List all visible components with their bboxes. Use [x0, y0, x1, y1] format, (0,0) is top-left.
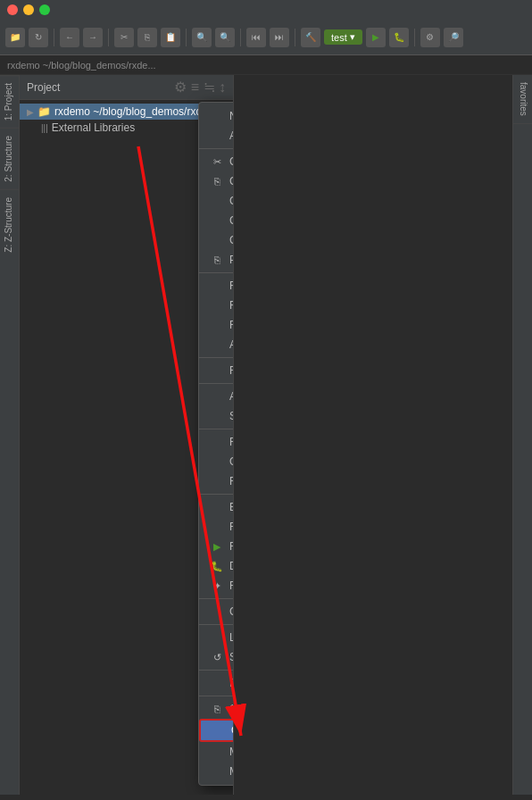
menu-item-remove-module[interactable]: Remove Module ⌦ [199, 471, 234, 491]
debug-menu-icon: 🐛 [210, 561, 224, 572]
menu-sep-1 [199, 148, 234, 149]
menu-item-copy[interactable]: ⎘ Copy ⌘C [199, 171, 234, 191]
breadcrumb-bar: rxdemo ~/blog/blog_demos/rxde... [0, 55, 532, 75]
menu-item-run[interactable]: ▶ Run ▶ [199, 537, 234, 556]
tree-arrow: ▶ [27, 107, 34, 117]
run-dropdown-arrow: ▾ [350, 31, 355, 43]
menu-item-analyze[interactable]: Analyze ▶ [199, 335, 234, 354]
menu-item-create-run-config[interactable]: Create Run Configuration ▶ [199, 602, 234, 621]
main-area: 1: Project 2: Structure Z: Z-Structure P… [0, 75, 532, 795]
search-icon[interactable]: 🔍 [192, 28, 212, 47]
copy-icon[interactable]: ⎘ [137, 28, 157, 47]
tree-item-ext-label: External Libraries [52, 121, 135, 134]
menu-item-new[interactable]: New ▶ [199, 106, 234, 126]
menu-item-rebuild-module[interactable]: Rebuild Module 'rxdemo' ⇧⌘F9 [199, 517, 234, 537]
library-icon: ||| [41, 123, 48, 133]
compare-icon: ⎘ [210, 704, 224, 714]
run-green-icon[interactable]: ▶ [366, 28, 386, 47]
menu-item-find-usages[interactable]: Find Usages ⌥F7 [199, 276, 234, 296]
run-config-name: test [331, 32, 347, 43]
menu-sep-4 [199, 383, 234, 384]
panel-header: Project ⚙ ≡ ≒ ↕ [20, 75, 233, 100]
menu-item-compare-with[interactable]: ⎘ Compare With... ⌘D [199, 699, 234, 719]
project-tab[interactable]: 1: Project [0, 75, 19, 128]
inspect-icon[interactable]: 🔎 [444, 28, 463, 47]
structure-tab[interactable]: 2: Structure [0, 128, 19, 189]
menu-item-add-framework[interactable]: Add Framework Support... [199, 126, 234, 146]
jump-fwd-icon[interactable]: ⏭ [270, 28, 289, 47]
build-icon[interactable]: 🔨 [301, 28, 320, 47]
menu-item-reformat[interactable]: Reformat Code ⌥⌘L [199, 432, 234, 452]
left-tabs: 1: Project 2: Structure Z: Z-Structure [0, 75, 20, 795]
menu-item-debug[interactable]: 🐛 Debug ▶ [199, 556, 234, 576]
toolbar-separator [54, 29, 54, 46]
z-structure-tab[interactable]: Z: Z-Structure [0, 189, 19, 260]
menu-item-add-favorites[interactable]: Add to Favorites ▶ [199, 387, 234, 406]
jump-back-icon[interactable]: ⏮ [246, 28, 266, 47]
cut-menu-icon: ✂ [210, 156, 224, 168]
menu-sep-6 [199, 494, 234, 495]
toolbar-separator-3 [186, 29, 187, 46]
debug-icon[interactable]: 🐛 [389, 28, 409, 47]
menu-sep-7 [199, 598, 234, 599]
menu-item-reveal-finder[interactable]: Reveal in Finder [199, 673, 234, 693]
copy-menu-icon: ⎘ [210, 176, 224, 187]
folder-icon: 📁 [37, 105, 51, 118]
forward-icon[interactable]: → [83, 28, 103, 47]
menu-item-open-module-settings[interactable]: Open Module Settings ⌘↓ [199, 719, 234, 742]
menu-item-mark-directory[interactable]: Mark Directory as ▶ [199, 762, 234, 781]
menu-item-paste[interactable]: ⎘ Paste ⌘V [199, 250, 234, 270]
right-tabs: favorites [512, 75, 532, 795]
context-menu: New ▶ Add Framework Support... ✂ Cut ⌘X … [198, 102, 234, 786]
menu-item-synchronize[interactable]: ↺ Synchronize 'rxdemo' [199, 647, 234, 667]
menu-item-copy-relative[interactable]: Copy Relative Path ⌥⇧⌘C [199, 230, 234, 250]
run-button[interactable]: test ▾ [324, 29, 362, 45]
panel-icons[interactable]: ⚙ ≡ ≒ ↕ [174, 79, 226, 96]
menu-item-find-in-path[interactable]: Find in Path... ⇧⌘F [199, 296, 234, 315]
cut-icon[interactable]: ✂ [114, 28, 134, 47]
panel-title: Project [27, 81, 60, 94]
tree-item-label: rxdemo ~/blog/blog_demos/rxde... [54, 105, 217, 118]
settings-icon[interactable]: ⚙ [420, 28, 440, 47]
toolbar-separator-6 [414, 29, 415, 46]
menu-item-local-history[interactable]: Local History ▶ [199, 628, 234, 647]
menu-sep-10 [199, 696, 234, 696]
toolbar-separator-4 [240, 29, 241, 46]
menu-item-move-module[interactable]: Move Module to Group ▶ [199, 742, 234, 762]
sync-menu-icon: ↺ [210, 652, 224, 663]
folder-icon[interactable]: 📁 [5, 28, 25, 47]
menu-item-copy-plain[interactable]: Copy as Plain Text [199, 211, 234, 230]
sync-icon[interactable]: ↻ [29, 28, 48, 47]
menu-sep-9 [199, 670, 234, 671]
menu-item-optimize-imports[interactable]: Optimize Imports ^⌥O [199, 452, 234, 471]
menu-item-build-module[interactable]: Build Module 'rxdemo' [199, 497, 234, 517]
titlebar [0, 0, 532, 20]
maximize-button[interactable] [39, 4, 50, 15]
menu-sep-8 [199, 624, 234, 625]
minimize-button[interactable] [23, 4, 34, 15]
breadcrumb-project-label: rxdemo ~/blog/blog_demos/rxde... [7, 60, 156, 71]
menu-sep-3 [199, 357, 234, 358]
close-button[interactable] [7, 4, 18, 15]
search2-icon[interactable]: 🔍 [215, 28, 235, 47]
coverage-menu-icon: ✦ [210, 580, 224, 592]
editor-area [234, 75, 532, 795]
run-menu-icon: ▶ [210, 541, 224, 553]
project-panel: Project ⚙ ≡ ≒ ↕ ▶ 📁 rxdemo ~/blog/blog_d… [20, 75, 234, 795]
toolbar-separator-5 [295, 29, 295, 46]
paste-menu-icon: ⎘ [210, 254, 224, 265]
favorites-tab[interactable]: favorites [513, 75, 532, 124]
menu-item-run-coverage[interactable]: ✦ Run with Coverage ▶ [199, 576, 234, 596]
back-icon[interactable]: ← [60, 28, 79, 47]
toolbar-separator-2 [108, 29, 109, 46]
menu-sep-5 [199, 429, 234, 429]
paste-icon[interactable]: 📋 [161, 28, 180, 47]
toolbar: 📁 ↻ ← → ✂ ⎘ 📋 🔍 🔍 ⏮ ⏭ 🔨 test ▾ ▶ 🐛 ⚙ 🔎 [0, 20, 532, 55]
menu-item-refactor[interactable]: Refactor ▶ [199, 361, 234, 380]
menu-item-show-thumbnails[interactable]: Show Image Thumbnails ⇧⌘T [199, 406, 234, 426]
menu-item-cut[interactable]: ✂ Cut ⌘X [199, 152, 234, 171]
menu-item-replace-in-path[interactable]: Replace in Path... ⇧⌘R [199, 315, 234, 335]
menu-item-copy-path[interactable]: Copy Path ⌘⇧C [199, 191, 234, 211]
menu-sep-2 [199, 272, 234, 273]
